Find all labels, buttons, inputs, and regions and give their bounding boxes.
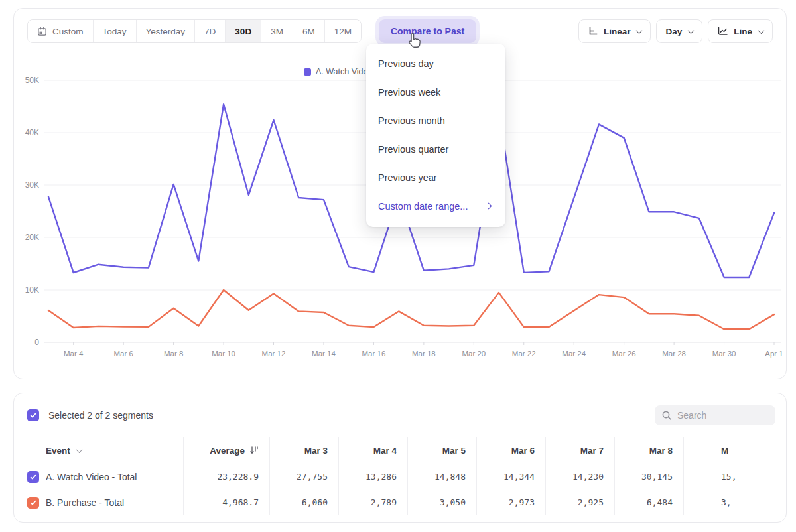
series-line-b-purchase-total: [48, 290, 774, 329]
scale-label: Linear: [604, 27, 631, 36]
date-value-mar-3: 6,060: [269, 490, 338, 515]
date-column-header-mar-4[interactable]: Mar 4: [338, 437, 407, 464]
calendar-icon: [37, 27, 47, 36]
interval-label: Day: [665, 27, 682, 36]
y-axis-tick-label: 30K: [25, 180, 39, 190]
x-axis-tick-label: Mar 26: [612, 350, 636, 358]
chevron-down-icon: [688, 27, 695, 34]
menu-item-previous-quarter[interactable]: Previous quarter: [366, 135, 505, 163]
y-axis-tick-label: 0: [34, 338, 39, 347]
range-button-yesterday[interactable]: Yesterday: [136, 20, 195, 42]
y-axis-tick-label: 10K: [25, 285, 39, 295]
segment-checkbox[interactable]: [27, 497, 39, 509]
x-axis-tick-label: Mar 30: [712, 350, 736, 358]
range-button-7d[interactable]: 7D: [194, 20, 225, 42]
y-axis-tick-label: 40K: [25, 128, 39, 137]
x-axis-tick-label: Mar 8: [164, 350, 183, 358]
search-box[interactable]: [655, 405, 775, 425]
menu-item-previous-day[interactable]: Previous day: [366, 49, 505, 78]
legend-swatch: [304, 68, 311, 76]
average-value: 4,968.7: [183, 490, 269, 515]
average-value: 23,228.9: [183, 464, 269, 490]
segments-header: Selected 2 of 2 segments: [14, 393, 786, 437]
segment-checkbox[interactable]: [27, 471, 39, 483]
date-column-header-mar-5[interactable]: Mar 5: [407, 437, 476, 464]
compare-to-past-button[interactable]: Compare to Past: [379, 19, 476, 43]
x-axis-tick-label: Mar 14: [312, 350, 336, 358]
x-axis-tick-label: Mar 6: [113, 350, 133, 358]
select-all-checkbox[interactable]: [27, 409, 39, 421]
x-axis-tick-label: Mar 20: [462, 350, 486, 358]
menu-item-previous-year[interactable]: Previous year: [366, 163, 505, 192]
average-header-label: Average: [210, 446, 245, 456]
y-axis-tick-label: 20K: [25, 233, 39, 242]
y-axis-tick-label: 50K: [25, 76, 39, 85]
range-label: 30D: [235, 27, 251, 36]
linear-axis-icon: [588, 26, 598, 36]
segments-table: EventAverageMar 3Mar 4Mar 5Mar 6Mar 7Mar…: [14, 437, 786, 515]
range-button-12m[interactable]: 12M: [324, 20, 361, 42]
date-value-mar-4: 2,789: [338, 490, 407, 515]
custom-date-range-label: Custom date range...: [378, 201, 468, 212]
date-value-mar-5: 3,050: [407, 490, 476, 515]
scale-dropdown-button[interactable]: Linear: [578, 19, 651, 43]
x-axis-tick-label: Mar 4: [64, 350, 84, 358]
range-label: Today: [103, 27, 127, 36]
menu-item-custom-date-range[interactable]: Custom date range...: [366, 192, 505, 220]
date-value-mar-3: 27,755: [269, 464, 338, 490]
chart-type-label: Line: [734, 27, 752, 36]
chevron-down-icon: [758, 27, 765, 34]
date-column-header-mar-3[interactable]: Mar 3: [269, 437, 338, 464]
segments-card: Selected 2 of 2 segments EventAverageMar…: [13, 393, 787, 523]
range-label: 12M: [334, 27, 352, 36]
search-input[interactable]: [677, 410, 769, 421]
date-value-mar-5: 14,848: [407, 464, 476, 490]
selected-count-label: Selected 2 of 2 segments: [48, 410, 153, 421]
menu-item-previous-month[interactable]: Previous month: [366, 106, 505, 135]
range-button-6m[interactable]: 6M: [293, 20, 324, 42]
date-value-mar-7: 14,230: [545, 464, 614, 490]
x-axis-tick-label: Mar 10: [212, 350, 235, 358]
range-button-custom[interactable]: Custom: [28, 20, 93, 42]
sort-descending-icon[interactable]: [249, 446, 259, 455]
search-icon: [661, 410, 672, 421]
range-button-today[interactable]: Today: [93, 20, 136, 42]
date-value-mar-8: 30,145: [614, 464, 683, 490]
check-icon: [29, 499, 37, 507]
analytics-report-page: CustomTodayYesterday7D30D3M6M12M Compare…: [0, 0, 796, 532]
check-icon: [29, 473, 37, 481]
range-label: Yesterday: [146, 27, 186, 36]
date-column-header-mar-7[interactable]: Mar 7: [545, 437, 614, 464]
interval-dropdown-button[interactable]: Day: [656, 19, 702, 43]
segment-label: B. Purchase - Total: [46, 498, 124, 508]
menu-item-previous-week[interactable]: Previous week: [366, 78, 505, 106]
range-button-3m[interactable]: 3M: [261, 20, 293, 42]
date-column-header-mar-6[interactable]: Mar 6: [476, 437, 545, 464]
range-label: 6M: [302, 27, 315, 36]
compare-dropdown-menu: Previous dayPrevious weekPrevious monthP…: [366, 44, 505, 227]
chart-options: Linear Day Line: [578, 19, 773, 43]
x-axis-tick-label: Mar 12: [262, 350, 286, 358]
date-value-clipped: 3,: [683, 490, 786, 515]
check-icon: [29, 411, 37, 419]
average-column-header[interactable]: Average: [183, 437, 269, 464]
range-label: 3M: [271, 27, 283, 36]
x-axis-tick-label: Mar 28: [662, 350, 686, 358]
date-column-header-mar-8[interactable]: Mar 8: [614, 437, 683, 464]
segment-label: A. Watch Video - Total: [46, 472, 137, 482]
range-label: 7D: [204, 27, 216, 36]
table-row-event-b-purchase-total: B. Purchase - Total: [14, 490, 183, 515]
x-axis-tick-label: Mar 22: [512, 350, 536, 358]
range-label: Custom: [52, 27, 84, 36]
event-header-label: Event: [46, 446, 70, 456]
range-button-30d[interactable]: 30D: [225, 20, 261, 42]
chevron-down-icon: [76, 446, 82, 453]
event-column-header[interactable]: Event: [14, 437, 183, 464]
x-axis-tick-label: Apr 1: [765, 350, 783, 358]
date-value-clipped: 15,: [683, 464, 786, 490]
table-row-event-a-watch-video-total: A. Watch Video - Total: [14, 464, 183, 490]
date-value-mar-4: 13,286: [338, 464, 407, 490]
chart-type-dropdown-button[interactable]: Line: [708, 19, 773, 43]
date-column-header-clipped[interactable]: M: [683, 437, 786, 464]
x-axis-tick-label: Mar 16: [362, 350, 386, 358]
